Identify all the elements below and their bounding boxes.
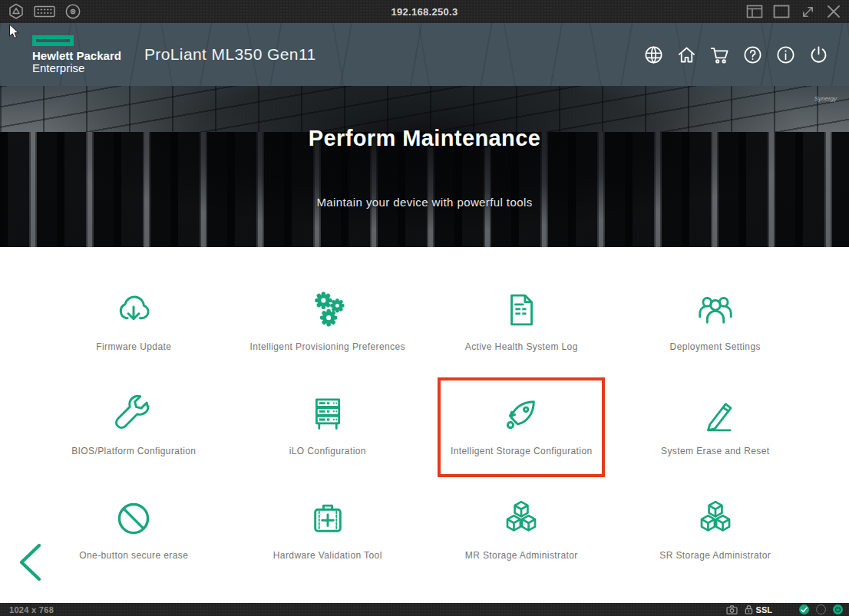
hpe-logo: Hewlett Packard Enterprise	[32, 35, 121, 74]
tile-label: Intelligent Provisioning Preferences	[249, 341, 405, 352]
remote-console-window: 192.168.250.3	[0, 0, 849, 616]
console-status-bar: 1024 x 768 SSL	[0, 603, 849, 616]
brand-line1: Hewlett Packard	[32, 50, 121, 62]
power-icon[interactable]	[808, 44, 829, 65]
cloud-download-icon	[112, 287, 155, 333]
hero-banner: Synergy Perform Maintenance Maintain you…	[0, 86, 849, 247]
health-ok-icon	[799, 604, 809, 614]
window-icon[interactable]	[773, 5, 790, 18]
lock-icon	[745, 604, 753, 614]
tile-hardware-validation-tool[interactable]: Hardware Validation Tool	[244, 482, 411, 581]
tile-label: BIOS/Platform Configuration	[71, 446, 196, 456]
help-icon[interactable]	[742, 44, 763, 65]
cart-icon[interactable]	[709, 44, 730, 65]
server-stack-icon	[307, 391, 349, 437]
people-group-icon	[693, 287, 738, 333]
tile-label: iLO Configuration	[289, 446, 366, 456]
wrench-icon	[113, 391, 154, 437]
cubes-icon	[500, 496, 543, 542]
expand-icon[interactable]	[800, 4, 816, 20]
panel-layout-icon[interactable]	[746, 5, 763, 18]
cubes-icon	[694, 496, 737, 542]
screenshot-camera-icon[interactable]	[726, 605, 738, 614]
tile-intelligent-storage-configuration[interactable]: Intelligent Storage Configuration	[438, 377, 605, 477]
tile-deployment-settings[interactable]: Deployment Settings	[632, 273, 799, 373]
tile-ilo-configuration[interactable]: iLO Configuration	[244, 377, 411, 477]
hero-title: Perform Maintenance	[309, 126, 541, 151]
tile-system-erase-and-reset[interactable]: System Erase and Reset	[632, 377, 799, 477]
tile-label: Active Health System Log	[465, 341, 578, 352]
maintenance-content: Firmware Update	[0, 247, 849, 603]
ssl-label: SSL	[756, 605, 772, 614]
tile-label: MR Storage Administrator	[465, 550, 578, 561]
prohibition-icon	[113, 496, 154, 542]
tile-sr-storage-administrator[interactable]: SR Storage Administrator	[632, 482, 799, 581]
toolbox-plus-icon	[307, 496, 349, 542]
keyboard-icon[interactable]	[33, 3, 56, 20]
tile-intelligent-provisioning-preferences[interactable]: Intelligent Provisioning Preferences	[244, 273, 411, 373]
close-icon[interactable]	[826, 4, 841, 19]
document-log-icon	[501, 287, 541, 333]
globe-icon[interactable]	[643, 44, 664, 65]
hpe-logo-rect	[32, 35, 74, 46]
idle-status-icon	[816, 604, 826, 614]
tile-label: System Erase and Reset	[661, 446, 770, 456]
hero-subtitle: Maintain your device with powerful tools	[316, 196, 532, 209]
tile-grid: Firmware Update	[0, 247, 849, 581]
rocket-icon	[500, 391, 542, 437]
home-icon[interactable]	[676, 44, 697, 65]
page-title: ProLiant ML350 Gen11	[144, 45, 316, 64]
disc-icon[interactable]	[64, 3, 81, 20]
pencil-erase-icon	[695, 391, 736, 437]
console-top-bar: 192.168.250.3	[0, 0, 849, 23]
tile-label: One-button secure erase	[79, 550, 188, 561]
tile-label: Firmware Update	[96, 341, 171, 352]
tile-label: SR Storage Administrator	[659, 550, 771, 561]
console-title: 192.168.250.3	[0, 6, 849, 18]
tile-label: Deployment Settings	[670, 341, 761, 352]
tile-label: Hardware Validation Tool	[273, 550, 382, 561]
back-button[interactable]	[15, 542, 45, 586]
tile-one-button-secure-erase[interactable]: One-button secure erase	[50, 482, 217, 581]
tile-bios-platform-configuration[interactable]: BIOS/Platform Configuration	[50, 377, 217, 477]
app-header: Hewlett Packard Enterprise ProLiant ML35…	[0, 23, 849, 86]
gears-icon	[306, 287, 349, 333]
resolution-label: 1024 x 768	[9, 605, 54, 614]
tile-mr-storage-administrator[interactable]: MR Storage Administrator	[438, 482, 605, 581]
ilo-logo-icon[interactable]	[8, 3, 25, 20]
info-icon[interactable]	[775, 44, 796, 65]
power-status-icon	[833, 604, 843, 614]
tile-firmware-update[interactable]: Firmware Update	[50, 273, 217, 373]
tile-active-health-system-log[interactable]: Active Health System Log	[438, 273, 605, 373]
brand-line2: Enterprise	[32, 62, 121, 74]
tile-label: Intelligent Storage Configuration	[451, 446, 593, 456]
